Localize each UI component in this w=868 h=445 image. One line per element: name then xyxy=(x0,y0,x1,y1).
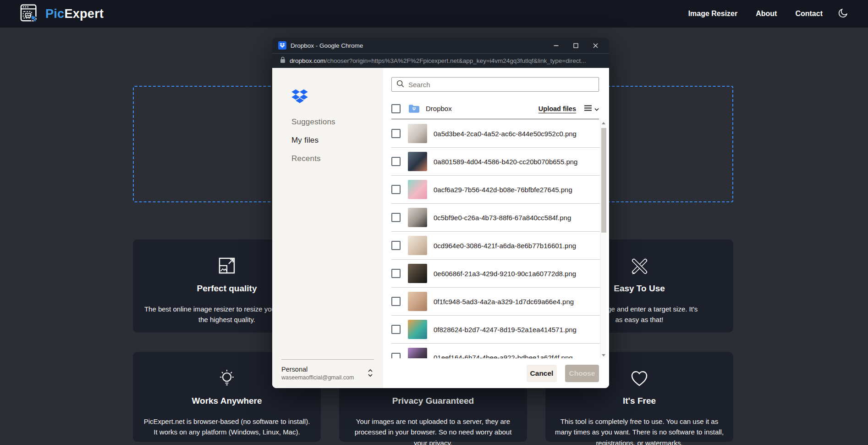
folder-header-row: Dropbox Upload files xyxy=(391,98,599,119)
triangle-down-icon xyxy=(602,354,605,356)
file-checkbox[interactable] xyxy=(391,297,401,306)
file-checkbox[interactable] xyxy=(391,157,401,166)
file-row[interactable]: 0acf6a29-7b56-442d-b08e-76bfbfe27645.png xyxy=(391,176,600,204)
dropbox-logo-icon xyxy=(291,88,308,107)
card-title: It's Free xyxy=(555,396,724,406)
lock-icon xyxy=(280,56,286,65)
file-thumbnail xyxy=(408,236,427,255)
chevron-updown-icon xyxy=(368,369,373,379)
file-checkbox[interactable] xyxy=(391,353,401,358)
file-thumbnail xyxy=(408,264,427,283)
file-name: 0a5d3be4-2ca0-4a52-ac6c-844e50c952c0.png xyxy=(434,130,577,138)
dropbox-folder-icon xyxy=(408,104,420,113)
file-checkbox[interactable] xyxy=(391,185,401,194)
chooser-sidebar: Suggestions My files Recents Personal wa… xyxy=(272,68,383,388)
scroll-up-arrow[interactable] xyxy=(600,120,607,126)
card-text: PicExpert.net is browser-based (no softw… xyxy=(142,416,312,438)
window-titlebar[interactable]: Dropbox - Google Chrome xyxy=(272,38,609,53)
file-name: 0f828624-b2d7-4247-8d19-52a1ea414571.png xyxy=(434,326,577,334)
list-view-toggle[interactable] xyxy=(584,105,599,113)
chevron-down-icon xyxy=(594,105,599,113)
triangle-up-icon xyxy=(602,122,605,124)
brand-name: PicExpert xyxy=(45,7,104,21)
file-row[interactable]: 0f1fc948-5ad3-4a2a-a329-1d7dc69a66e4.png xyxy=(391,288,600,316)
file-list: 0a5d3be4-2ca0-4a52-ac6c-844e50c952c0.png… xyxy=(391,120,600,358)
sidebar-nav: Suggestions My files Recents xyxy=(291,113,335,168)
scrollbar-thumb[interactable] xyxy=(601,128,606,233)
nav-about[interactable]: About xyxy=(756,10,777,18)
dropbox-favicon-icon xyxy=(278,41,286,50)
folder-name: Dropbox xyxy=(426,105,452,112)
chooser-footer: Cancel Choose xyxy=(383,358,609,388)
list-scrollbar[interactable] xyxy=(600,120,606,358)
file-name: 0c5bf9e0-c26a-4b73-88f6-67a840cc584f.png xyxy=(434,214,571,222)
file-thumbnail xyxy=(408,180,427,199)
account-email: waseemaofficial@gmail.com xyxy=(281,374,374,381)
sidebar-item-recents[interactable]: Recents xyxy=(291,150,335,168)
file-thumbnail xyxy=(408,292,427,311)
file-checkbox[interactable] xyxy=(391,129,401,138)
dark-mode-toggle[interactable] xyxy=(837,7,849,20)
file-row[interactable]: 0f828624-b2d7-4247-8d19-52a1ea414571.png xyxy=(391,316,600,344)
brand-logo-icon xyxy=(19,3,40,24)
card-title: Privacy Guaranteed xyxy=(348,396,518,406)
file-name: 0f1fc948-5ad3-4a2a-a329-1d7dc69a66e4.png xyxy=(434,298,574,306)
window-title: Dropbox - Google Chrome xyxy=(291,42,544,49)
chooser-body: Suggestions My files Recents Personal wa… xyxy=(272,68,609,388)
close-button[interactable] xyxy=(588,38,603,53)
minimize-button[interactable] xyxy=(548,38,564,53)
file-thumbnail xyxy=(408,320,427,339)
url-bar: dropbox.com/chooser?origin=https%3A%2F%2… xyxy=(272,53,609,68)
brand[interactable]: PicExpert xyxy=(19,3,104,24)
site-nav: Image Resizer About Contact xyxy=(670,7,849,20)
url-domain: dropbox.com xyxy=(290,57,325,64)
file-thumbnail xyxy=(408,152,427,171)
account-name: Personal xyxy=(281,366,374,373)
file-row[interactable]: 01eef164-6b74-4bee-a922-bdbee1a62f4f.png xyxy=(391,344,600,358)
file-thumbnail xyxy=(408,208,427,227)
dropbox-chooser-window: Dropbox - Google Chrome dropbox.com/choo… xyxy=(272,38,609,388)
sidebar-item-my-files[interactable]: My files xyxy=(291,131,335,150)
file-checkbox[interactable] xyxy=(391,241,401,250)
scroll-down-arrow[interactable] xyxy=(600,352,607,358)
file-row[interactable]: 0a5d3be4-2ca0-4a52-ac6c-844e50c952c0.png xyxy=(391,120,600,148)
file-thumbnail xyxy=(408,124,427,143)
card-text: This tool is completely free to use. You… xyxy=(555,416,724,445)
maximize-button[interactable] xyxy=(568,38,583,53)
file-name: 0e60686f-21a3-429d-9210-90c1a60772d8.png xyxy=(434,270,576,278)
file-thumbnail xyxy=(408,348,427,358)
search-input[interactable] xyxy=(408,81,594,89)
file-name: 01eef164-6b74-4bee-a922-bdbee1a62f4f.png xyxy=(434,354,573,359)
url-path: /chooser?origin=https%3A%2F%2Fpicexpert.… xyxy=(325,57,586,64)
list-view-icon xyxy=(584,105,592,113)
file-row[interactable]: 0a801589-4d04-4586-b420-cc20b070b655.png xyxy=(391,148,600,176)
file-checkbox[interactable] xyxy=(391,269,401,278)
search-icon xyxy=(396,80,404,89)
card-title: Works Anywhere xyxy=(142,396,312,406)
file-name: 0acf6a29-7b56-442d-b08e-76bfbfe27645.png xyxy=(434,186,572,194)
site-header: PicExpert Image Resizer About Contact xyxy=(0,0,868,28)
page-url: dropbox.com/chooser?origin=https%3A%2F%2… xyxy=(290,57,586,64)
nav-image-resizer[interactable]: Image Resizer xyxy=(688,10,738,18)
search-box xyxy=(391,77,599,92)
chooser-main: Dropbox Upload files xyxy=(383,68,609,388)
brand-name-expert: Expert xyxy=(64,7,104,21)
account-switcher[interactable]: Personal waseemaofficial@gmail.com xyxy=(281,359,374,381)
file-checkbox[interactable] xyxy=(391,213,401,222)
file-name: 0a801589-4d04-4586-b420-cc20b070b655.png xyxy=(434,158,577,166)
moon-icon xyxy=(837,7,849,20)
file-row[interactable]: 0c5bf9e0-c26a-4b73-88f6-67a840cc584f.png xyxy=(391,204,600,232)
file-row[interactable]: 0e60686f-21a3-429d-9210-90c1a60772d8.png xyxy=(391,260,600,288)
cancel-button[interactable]: Cancel xyxy=(527,365,557,382)
card-text: Your images are not uploaded to a server… xyxy=(348,416,518,445)
nav-contact[interactable]: Contact xyxy=(795,10,823,18)
picexpert-page: PicExpert Image Resizer About Contact xyxy=(0,0,868,445)
file-checkbox[interactable] xyxy=(391,325,401,334)
upload-files-link[interactable]: Upload files xyxy=(538,105,576,112)
select-all-checkbox[interactable] xyxy=(391,104,401,113)
choose-button[interactable]: Choose xyxy=(565,365,599,382)
brand-name-pic: Pic xyxy=(45,7,64,21)
file-row[interactable]: 0cd964e0-3086-421f-a6da-8e6b77b16601.png xyxy=(391,232,600,260)
file-name: 0cd964e0-3086-421f-a6da-8e6b77b16601.png xyxy=(434,242,576,250)
sidebar-item-suggestions[interactable]: Suggestions xyxy=(291,113,335,131)
